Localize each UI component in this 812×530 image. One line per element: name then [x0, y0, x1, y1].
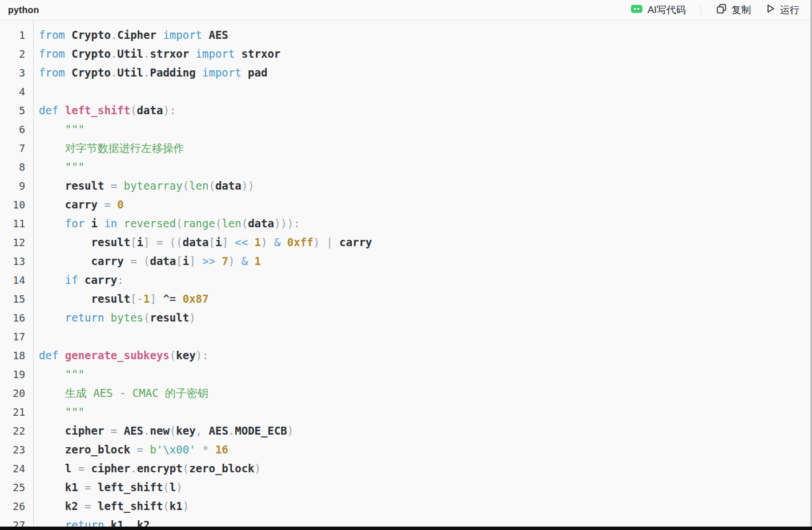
code-text: carry = (data[i] >> 7) & 1	[25, 252, 261, 271]
code-token-pln: left_shift	[98, 500, 163, 512]
code-token-pun: =	[98, 198, 117, 211]
code-token-pln: Padding	[150, 66, 196, 79]
code-token-pun: .	[111, 29, 117, 41]
code-token-bi: bytes	[111, 311, 143, 324]
code-line: 10 carry = 0	[0, 195, 812, 214]
code-token-pln: Util	[117, 66, 143, 79]
code-line: 12 result[i] = ((data[i] << 1) & 0xff) |…	[0, 233, 812, 252]
code-text: zero_block = b'\x00' * 16	[25, 440, 228, 459]
code-token-pun: (	[163, 500, 169, 512]
code-token-pln: left_shift	[98, 481, 163, 493]
code-token-pun: [	[130, 236, 136, 248]
code-text: if carry:	[25, 271, 124, 290]
code-token-pln: Util	[117, 47, 143, 60]
code-token-pun: (	[143, 311, 150, 324]
code-token-pun: ) |	[313, 236, 340, 248]
code-token-pln: carry	[39, 255, 124, 267]
code-area[interactable]: 1from Crypto.Cipher import AES2from Cryp…	[0, 21, 812, 530]
code-token-kw: import	[196, 66, 242, 79]
ai-write-code-button[interactable]: AI写代码	[630, 3, 686, 17]
code-token-pun: .	[143, 424, 150, 437]
code-token-pln: Cipher	[117, 29, 156, 41]
code-token-pun: ] = ((	[143, 236, 183, 248]
ai-robot-icon	[630, 3, 643, 17]
code-token-pln: l	[39, 462, 71, 475]
code-token-pun: ,	[196, 424, 209, 437]
copy-icon	[716, 3, 727, 17]
code-token-pln: data	[150, 255, 176, 267]
code-token-pun: = (	[124, 255, 150, 267]
line-number: 15	[0, 290, 25, 308]
code-line: 14 if carry:	[0, 271, 812, 290]
code-line: 5def left_shift(data):	[0, 101, 812, 120]
code-token-pun: )	[287, 424, 294, 437]
code-token-kw: def	[39, 104, 65, 117]
line-number: 11	[0, 214, 25, 233]
code-text: result[-1] ^= 0x87	[25, 290, 208, 308]
code-line: 26 k2 = left_shift(k1)	[0, 497, 812, 516]
line-number: 8	[0, 158, 25, 176]
code-line: 2from Crypto.Util.strxor import strxor	[0, 45, 812, 63]
code-token-kw: for	[39, 217, 91, 230]
code-token-pun: =	[71, 462, 91, 475]
code-text: k2 = left_shift(k1)	[25, 497, 189, 516]
code-token-pun: =	[104, 424, 123, 437]
code-text: for i in reversed(range(len(data))):	[25, 214, 300, 233]
code-text	[25, 82, 39, 101]
code-token-pln: k1	[170, 500, 183, 512]
header-divider	[701, 6, 701, 15]
line-number: 13	[0, 252, 25, 271]
code-token-pun: (	[176, 217, 182, 230]
code-token-num: 0xff	[287, 236, 313, 248]
code-token-bi: bytearray	[124, 179, 183, 192]
code-token-op: &	[242, 255, 255, 267]
code-token-pln: carry	[85, 274, 117, 286]
code-token-op: >>	[202, 255, 222, 267]
code-token-pun: (	[130, 104, 136, 117]
code-token-pun: ):	[196, 349, 209, 362]
code-text: from Crypto.Util.strxor import strxor	[25, 45, 280, 63]
ai-write-code-label: AI写代码	[648, 3, 686, 17]
code-token-pun: *	[196, 443, 215, 456]
line-number: 22	[0, 421, 25, 440]
code-line: 4	[0, 82, 812, 101]
code-token-pun: .	[111, 66, 117, 79]
code-token-pun: .	[143, 47, 150, 60]
line-number: 17	[0, 327, 25, 346]
line-number: 10	[0, 195, 25, 214]
gutter-separator	[33, 21, 34, 530]
code-token-pun: ))	[242, 179, 255, 192]
code-line: 25 k1 = left_shift(l)	[0, 478, 812, 497]
code-token-pln: result	[39, 236, 130, 248]
code-line: 3from Crypto.Util.Padding import pad	[0, 63, 812, 82]
code-text: 对字节数据进行左移操作	[25, 139, 184, 158]
code-editor-panel: python AI写代码	[0, 0, 812, 530]
line-number: 6	[0, 120, 25, 139]
code-token-pln: i	[91, 217, 98, 230]
line-number: 21	[0, 403, 25, 421]
line-number: 23	[0, 440, 25, 459]
header-actions: AI写代码 复制 运行	[630, 3, 799, 17]
code-token-pun: [-	[130, 292, 143, 305]
line-number: 2	[0, 45, 25, 63]
code-token-pun: [	[208, 236, 215, 248]
line-number: 12	[0, 233, 25, 252]
code-token-fn: left_shift	[65, 104, 130, 117]
code-token-kw: from	[39, 47, 65, 60]
code-text: from Crypto.Cipher import AES	[25, 26, 228, 45]
code-line: 11 for i in reversed(range(len(data))):	[0, 214, 812, 233]
code-token-num: 0	[117, 198, 123, 211]
run-button[interactable]: 运行	[766, 3, 799, 17]
copy-button[interactable]: 复制	[716, 3, 751, 17]
code-token-str: """	[39, 405, 85, 418]
code-token-pun: ]	[189, 255, 202, 267]
code-token-pln: carry	[339, 236, 372, 248]
code-token-pun: ]	[222, 236, 235, 248]
code-token-op: <<	[235, 236, 254, 248]
line-number: 7	[0, 139, 25, 158]
code-token-pln: data	[248, 217, 274, 230]
code-token-str: """	[39, 368, 85, 380]
code-line: 6 """	[0, 120, 812, 139]
line-number: 26	[0, 497, 25, 516]
code-token-pln: AES	[202, 29, 228, 41]
